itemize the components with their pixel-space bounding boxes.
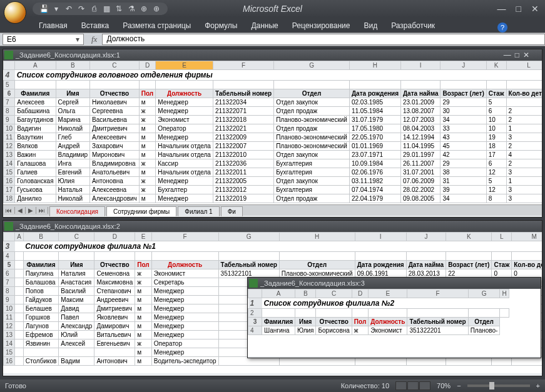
- sheet-grid-1[interactable]: ABCDEFGHIJKLMN4Список сотрудников головн…: [3, 61, 542, 204]
- status-bar: Готово Количество: 10 70% − +: [0, 379, 545, 392]
- tab-home[interactable]: Главная: [38, 19, 69, 33]
- table-row[interactable]: 8БабашкинаОльгаСергеевнажМенеджер2113220…: [4, 107, 542, 116]
- new-icon[interactable]: ▾: [51, 4, 61, 14]
- table-row[interactable]: 15ГалиевЕвгенийАнатольевичмНачальник отд…: [4, 168, 542, 177]
- workbook-window-3: _Задание6_Консолидация.xlsx:3 ABCDEFGH1С…: [247, 277, 541, 358]
- tab-view[interactable]: Вид: [362, 19, 379, 33]
- web-icon[interactable]: ⊕: [139, 4, 149, 14]
- redo-icon[interactable]: ↷: [76, 4, 86, 14]
- print-icon[interactable]: ⎙: [89, 4, 99, 14]
- excel-doc-icon: [4, 51, 13, 59]
- help-icon[interactable]: ?: [497, 23, 507, 33]
- nav-prev[interactable]: ◀: [15, 207, 26, 214]
- workbook-window-1: _Задание6_Консолидация.xlsx:1 —□✕ ABCDEF…: [3, 49, 542, 218]
- tab-insert[interactable]: Вставка: [80, 19, 111, 33]
- status-ready: Готово: [5, 382, 26, 389]
- view-normal[interactable]: [395, 381, 407, 390]
- table-row[interactable]: 11ВазуткинГлебАлексеевичмМенеджер2113220…: [4, 133, 542, 142]
- table-row[interactable]: 4ШангинаЮлияБорисовнажЭкономист351322201…: [248, 326, 509, 335]
- table-row[interactable]: 14ГалашоваИнгаВладимировнажКассир2113220…: [4, 159, 542, 168]
- sheet-tab-more[interactable]: Фи: [221, 206, 243, 216]
- sheet-tab-employees[interactable]: Сотрудники фирмы: [106, 206, 176, 216]
- zoom-level: 70%: [437, 382, 451, 389]
- child-min[interactable]: —: [504, 51, 511, 59]
- nav-next[interactable]: ▶: [26, 207, 36, 214]
- app-title: Microsoft Excel: [243, 4, 302, 14]
- child-title-3[interactable]: _Задание6_Консолидация.xlsx:3: [248, 278, 541, 289]
- zoom-in-button[interactable]: +: [536, 382, 540, 389]
- view-page-break[interactable]: [419, 381, 430, 390]
- sheet-tab-bar-1: ⏮◀▶⏭ Консолидация Сотрудники фирмы Филиа…: [3, 204, 542, 216]
- child-title-text: _Задание6_Консолидация.xlsx:1: [16, 51, 120, 59]
- table-row[interactable]: 12ВялковАндрейЗахаровичмНачальник отдела…: [4, 142, 542, 151]
- close-button[interactable]: ✕: [529, 4, 541, 14]
- tab-data[interactable]: Данные: [250, 19, 279, 33]
- share-icon[interactable]: ⊕: [151, 4, 161, 14]
- sheet-tab-branch1[interactable]: Филиал 1: [178, 206, 219, 216]
- nav-last[interactable]: ⏭: [36, 207, 48, 214]
- tab-developer[interactable]: Разработчик: [390, 19, 436, 33]
- chevron-down-icon[interactable]: ▾: [76, 35, 79, 44]
- table-row[interactable]: 10ВадигинНиколайДмитриевичмОператор21132…: [4, 124, 542, 133]
- zoom-slider[interactable]: [467, 384, 530, 387]
- nav-first[interactable]: ⏮: [3, 207, 15, 214]
- table-row[interactable]: 17ГуськоваНатальяАлексеевнажБухгалтер211…: [4, 186, 542, 194]
- zoom-out-button[interactable]: −: [457, 382, 461, 389]
- child-title-2[interactable]: _Задание6_Консолидация.xlsx:2: [3, 221, 542, 232]
- sort-icon[interactable]: ⇅: [114, 4, 124, 14]
- save-icon[interactable]: 💾: [39, 4, 49, 14]
- table-row[interactable]: 9БагаутдиновМаринаВасильевнажЭкономист21…: [4, 116, 542, 124]
- document-area: _Задание6_Консолидация.xlsx:1 —□✕ ABCDEF…: [0, 46, 545, 379]
- child-close[interactable]: ✕: [523, 51, 529, 59]
- child-title-1[interactable]: _Задание6_Консолидация.xlsx:1 —□✕: [3, 49, 542, 61]
- child-title-text: _Задание6_Консолидация.xlsx:3: [260, 279, 365, 287]
- table-row[interactable]: 18ДанилкоНиколайАлександровичмМенеджер21…: [4, 194, 542, 203]
- filter-icon[interactable]: ⚗: [126, 4, 136, 14]
- minimize-button[interactable]: —: [495, 4, 509, 14]
- formula-input[interactable]: Должность: [102, 34, 545, 45]
- name-box[interactable]: E6 ▾: [3, 34, 84, 45]
- office-button[interactable]: [4, 1, 26, 24]
- sheet-tab-consolidation[interactable]: Консолидация: [49, 206, 105, 216]
- status-count: Количество: 10: [341, 382, 389, 389]
- excel-doc-icon: [249, 279, 258, 288]
- fx-icon[interactable]: fx: [86, 34, 102, 44]
- window-controls: — □ ✕: [495, 4, 541, 14]
- maximize-button[interactable]: □: [514, 4, 524, 14]
- excel-doc-icon: [4, 222, 13, 231]
- child-max[interactable]: □: [515, 51, 519, 59]
- preview-icon[interactable]: ▦: [101, 4, 111, 14]
- titlebar: 💾 ▾ ↶ ↷ ⎙ ▦ ⇅ ⚗ ⊕ ⊕ Microsoft Excel — □ …: [0, 0, 545, 18]
- table-row[interactable]: 16ГолованскаяЮлияАнтоновнажМенеджер21132…: [4, 177, 542, 186]
- tab-formulas[interactable]: Формулы: [203, 19, 238, 33]
- table-row[interactable]: 7АлексеевСергейНиколаевичмМенеджер211322…: [4, 98, 542, 107]
- ribbon-tabs: Главная Вставка Разметка страницы Формул…: [0, 18, 545, 33]
- undo-icon[interactable]: ↶: [64, 4, 74, 14]
- child-title-text: _Задание6_Консолидация.xlsx:2: [16, 223, 120, 230]
- tab-review[interactable]: Рецензирование: [291, 19, 352, 33]
- sheet-grid-3[interactable]: ABCDEFGH1Список сотрудников филиала №223…: [248, 289, 541, 356]
- view-page-layout[interactable]: [407, 381, 419, 390]
- formula-value: Должность: [106, 34, 145, 43]
- tab-page-layout[interactable]: Разметка страницы: [121, 19, 192, 33]
- view-buttons: [395, 381, 430, 390]
- quick-access-toolbar: 💾 ▾ ↶ ↷ ⎙ ▦ ⇅ ⚗ ⊕ ⊕: [33, 3, 168, 15]
- name-box-value: E6: [7, 35, 16, 44]
- table-row[interactable]: 13ВажинВладимирМироновичмНачальник отдел…: [4, 151, 542, 159]
- formula-bar: E6 ▾ fx Должность: [0, 33, 545, 46]
